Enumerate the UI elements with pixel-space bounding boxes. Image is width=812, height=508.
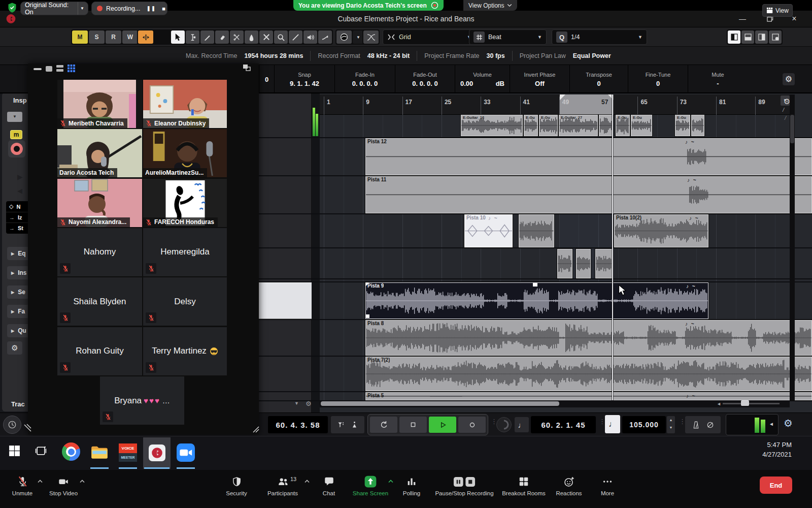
vertical-scroll-thumb[interactable]	[790, 115, 794, 143]
meter-arrow-icon[interactable]: ◄	[769, 421, 774, 427]
fade-curves-button[interactable]	[363, 30, 379, 44]
zoom-app-icon[interactable]	[177, 443, 195, 462]
record-enable-button[interactable]	[11, 143, 23, 155]
participant-tile[interactable]: Hemeregilda	[143, 228, 227, 276]
comp-tool[interactable]	[318, 30, 332, 44]
draw-tool[interactable]	[200, 30, 214, 44]
minimized-view-icon[interactable]	[46, 66, 52, 72]
info-settings-gear-icon[interactable]: ⚙	[783, 73, 795, 85]
audio-clip[interactable]: E-Gu	[616, 115, 630, 136]
audio-clip[interactable]: Pista 8	[365, 320, 812, 356]
right-zone-toggle[interactable]	[755, 30, 768, 44]
tempo-display[interactable]: 105.000	[622, 416, 666, 433]
track-zoom-dropdown[interactable]: ▼	[294, 401, 301, 407]
setup-layout-button[interactable]	[769, 30, 782, 44]
playhead-cursor[interactable]	[612, 94, 613, 400]
clip-handle-top[interactable]	[533, 283, 537, 287]
resize-handle-bottom-left[interactable]	[24, 423, 33, 432]
original-sound-toggle[interactable]: Original Sound: On ▼	[20, 2, 88, 15]
time-display-mode-button[interactable]	[3, 416, 21, 434]
audio-clip[interactable]	[557, 249, 572, 278]
minimize-button[interactable]: —	[737, 14, 748, 24]
voicemeeter-icon[interactable]: VOICE MEETER	[119, 443, 137, 462]
quantize-dropdown[interactable]: Q 1/4 ▼	[552, 29, 647, 45]
autoscroll-button[interactable]	[138, 30, 153, 44]
line-tool[interactable]	[289, 30, 302, 44]
toolbar-video[interactable]: Stop Video	[33, 475, 94, 496]
info-column[interactable]: 0	[259, 65, 274, 93]
track-area-gear-icon[interactable]: ⚙	[306, 400, 314, 408]
chrome-icon[interactable]	[62, 442, 80, 461]
audio-clip[interactable]	[576, 249, 591, 278]
play-button[interactable]	[429, 417, 456, 433]
participant-tile[interactable]: Delsy	[143, 277, 227, 326]
audition-tool[interactable]	[303, 30, 317, 44]
zoom-slider-track[interactable]	[723, 403, 780, 404]
automation-s-button[interactable]: S	[89, 30, 105, 44]
audio-clip[interactable]: E-Gu	[524, 115, 538, 136]
lower-zone-toggle[interactable]	[741, 30, 754, 44]
tempo-stepper[interactable]: ▲▼	[667, 416, 675, 433]
audio-clip[interactable]: E-Guitar_27	[559, 115, 598, 136]
info-column[interactable]: Invert PhaseOff	[510, 65, 569, 93]
pause-recording-icon[interactable]: ❚❚	[146, 6, 156, 11]
stop-recording-icon[interactable]: ■	[162, 6, 165, 12]
view-options-button[interactable]: View Options	[463, 0, 517, 11]
automation-w-button[interactable]: W	[122, 30, 138, 44]
mute-tool[interactable]	[259, 30, 273, 44]
cycle-button[interactable]	[370, 417, 397, 433]
minimize-gallery-button[interactable]	[33, 68, 42, 70]
track-mute-button[interactable]: m	[10, 130, 22, 139]
participant-tile[interactable]: Nahomy	[57, 228, 142, 276]
participant-tile[interactable]: Dario Acosta Teich	[57, 129, 142, 177]
info-column[interactable]: Volume0.00dB	[455, 65, 510, 93]
participant-tile[interactable]: Terry Martinez	[143, 327, 227, 375]
audio-clip[interactable]: E-Guitar_16	[461, 115, 523, 136]
participant-tile[interactable]: Nayomi Alexandra...	[57, 179, 142, 227]
audio-clip[interactable]: Pista 11	[365, 176, 812, 213]
curve-kind-button[interactable]	[336, 30, 352, 44]
toolbar-polling[interactable]: Polling	[381, 475, 442, 496]
snap-type-dropdown[interactable]: Grid ▼	[383, 29, 476, 45]
glue-tool[interactable]	[245, 30, 258, 44]
inspector-gear-icon[interactable]: ⚙	[7, 341, 22, 355]
video-caret-icon[interactable]	[79, 479, 85, 483]
tempo-track-button[interactable]: ♩	[605, 415, 620, 433]
file-explorer-icon[interactable]	[90, 443, 109, 461]
end-meeting-button[interactable]: End	[760, 477, 792, 494]
participant-tile[interactable]: Rohan Guity	[57, 327, 142, 375]
view-button[interactable]: View	[762, 4, 793, 17]
participant-tile[interactable]: Bryana♥♥♥…	[100, 376, 184, 425]
range-tool[interactable]	[186, 30, 199, 44]
record-button[interactable]	[458, 417, 486, 433]
start-button[interactable]	[8, 444, 21, 457]
participant-tile[interactable]: Meribeth Chavarria	[57, 80, 142, 128]
audio-clip[interactable]: Pista 5	[365, 392, 812, 400]
audio-clip[interactable]	[691, 115, 704, 136]
audio-clip[interactable]: Pista 7(2)	[365, 357, 812, 391]
info-column[interactable]: Fine-Tune0	[628, 65, 688, 93]
info-column[interactable]: Fade-In0. 0. 0. 0	[334, 65, 395, 93]
popout-gallery-icon[interactable]	[243, 64, 251, 71]
transport-settings-gear-icon[interactable]: ⚙	[784, 417, 793, 429]
automation-m-button[interactable]: M	[72, 30, 88, 44]
audio-clip[interactable]: E-Gu	[539, 115, 558, 136]
erase-tool[interactable]	[215, 30, 229, 44]
taskbar-clock[interactable]: 5:47 PM 4/27/2021	[762, 440, 792, 459]
participant-tile[interactable]: Eleanor Dubinsky	[143, 80, 227, 128]
scroll-left-arrow-icon[interactable]: ◄	[717, 401, 722, 406]
primary-time-display[interactable]: 60. 4. 3. 58	[268, 416, 328, 433]
status-settings-gear-icon[interactable]: ⚙	[784, 97, 794, 107]
metronome-group[interactable]	[685, 416, 721, 433]
marker-buttons[interactable]	[331, 416, 364, 433]
info-column[interactable]: Transpose0	[569, 65, 628, 93]
preroll-button[interactable]	[496, 417, 512, 432]
audio-clip[interactable]	[519, 214, 554, 247]
recording-indicator[interactable]: Recording... ❚❚ ■	[91, 2, 167, 15]
secondary-time-display[interactable]: 60. 2. 1. 45	[531, 416, 596, 433]
stop-button[interactable]	[399, 417, 427, 433]
split-tool[interactable]	[230, 30, 244, 44]
zoom-tool[interactable]	[274, 30, 288, 44]
audio-clip[interactable]: Pista 12	[365, 138, 812, 175]
selected-track-header[interactable]	[259, 282, 312, 319]
